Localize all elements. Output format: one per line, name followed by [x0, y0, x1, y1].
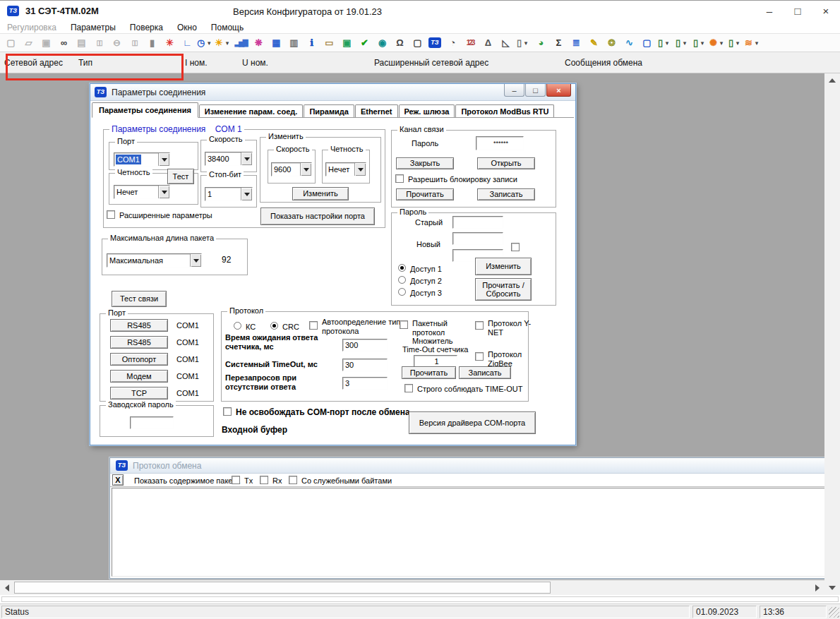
gear-icon[interactable]: ❂	[604, 35, 619, 51]
channel-open-button[interactable]: Открыть	[477, 157, 535, 169]
zigbee-protocol-checkbox[interactable]	[475, 352, 484, 361]
access-radio-1[interactable]	[398, 264, 406, 272]
red-star-icon[interactable]: ✳	[162, 35, 177, 51]
protocol-read-button[interactable]: Прочитать	[402, 366, 456, 379]
strict-timeout-checkbox[interactable]	[404, 384, 413, 392]
menu-item-4[interactable]: Помощь	[204, 23, 251, 32]
dialog-close-button[interactable]: ×	[546, 84, 571, 97]
phone-4-icon[interactable]: ▯▾	[727, 35, 743, 51]
scales-icon[interactable]: Ω	[392, 35, 407, 51]
wireless-icon[interactable]: ≋▾	[745, 35, 760, 51]
show-port-settings-button[interactable]: Показать настройки порта	[260, 208, 375, 225]
port-button-2[interactable]: Оптопорт	[110, 353, 168, 366]
check-icon[interactable]: ✔	[356, 35, 372, 51]
change-parity-combo[interactable]: Нечет	[325, 162, 366, 176]
wait-time-field[interactable]: 300	[342, 339, 388, 351]
auto-protocol-checkbox[interactable]	[309, 321, 318, 330]
tab-4[interactable]: Реж. шлюза	[399, 104, 455, 117]
port-button-4[interactable]: TCP	[110, 387, 168, 399]
phone-1-icon[interactable]: ▯▾	[656, 35, 672, 51]
vertical-scrollbar[interactable]	[824, 73, 840, 595]
chevron-down-icon[interactable]	[158, 153, 169, 166]
system-timeout-field[interactable]: 30	[342, 359, 388, 371]
scroll-up-button[interactable]	[824, 73, 840, 88]
chevron-down-icon[interactable]	[300, 163, 311, 176]
phone-2-icon[interactable]: ▯▾	[674, 35, 690, 51]
port-button-1[interactable]: RS485	[110, 336, 168, 349]
change-button[interactable]: Изменить	[292, 187, 349, 200]
chevron-down-icon[interactable]	[354, 163, 366, 176]
chevron-down-icon[interactable]: ▾	[753, 40, 760, 47]
channel-write-button[interactable]: Записать	[477, 188, 535, 200]
brand-logo-icon[interactable]: ТЗ	[427, 35, 443, 51]
tab-3[interactable]: Ethernet	[355, 104, 398, 117]
files-icon[interactable]: ▭	[321, 35, 337, 51]
tab-0[interactable]: Параметры соединения	[92, 102, 198, 118]
service-bytes-checkbox[interactable]	[289, 476, 297, 484]
access-radio-2[interactable]	[398, 276, 406, 284]
packet-protocol-checkbox[interactable]	[400, 320, 408, 329]
books-icon[interactable]: ≣	[568, 35, 584, 51]
channel-password-field[interactable]: ******	[476, 136, 524, 150]
minimize-button[interactable]: –	[755, 1, 784, 22]
set-square-icon[interactable]: ◺	[498, 35, 513, 51]
pie-chart-icon[interactable]: ◕	[533, 35, 548, 51]
phone-3-icon[interactable]: ▯▾	[692, 35, 707, 51]
crc-radio[interactable]	[270, 322, 278, 330]
scroll-right-button[interactable]	[810, 580, 824, 595]
menu-item-2[interactable]: Поверка	[123, 23, 170, 32]
new-password-field-1[interactable]	[452, 232, 503, 245]
exchange-close-button[interactable]: X	[112, 474, 124, 486]
eye-icon[interactable]: ◉	[374, 35, 390, 51]
exchange-window-titlebar[interactable]: ТЗ Протокол обмена	[110, 458, 833, 474]
port-combo[interactable]: COM1	[114, 152, 170, 167]
exchange-log-area[interactable]	[112, 488, 832, 577]
info-icon[interactable]: ℹ	[304, 35, 319, 51]
numbers-123-icon[interactable]: 123	[462, 35, 478, 51]
close-button[interactable]: ×	[812, 1, 840, 22]
change-speed-combo[interactable]: 9600	[271, 162, 312, 176]
channel-read-button[interactable]: Прочитать	[396, 188, 454, 200]
scroll-down-button[interactable]	[824, 581, 840, 595]
spark-icon[interactable]: ✺▾	[709, 35, 725, 51]
chart-axes-icon[interactable]: ∟	[179, 35, 195, 51]
palette-icon[interactable]: ❋	[251, 35, 266, 51]
faucet-icon[interactable]: ∿	[621, 35, 637, 51]
old-password-field[interactable]	[452, 216, 503, 229]
chevron-down-icon[interactable]: ▾	[718, 40, 725, 47]
keep-com-checkbox[interactable]	[223, 407, 232, 416]
bell-icon[interactable]: Δ	[480, 35, 496, 51]
resize-grip[interactable]	[829, 607, 839, 618]
chevron-down-icon[interactable]: ▾	[664, 40, 671, 47]
parity-combo[interactable]: Нечет	[114, 185, 170, 199]
test-button[interactable]: Тест	[167, 169, 194, 184]
tab-1[interactable]: Изменение парам. соед.	[199, 104, 304, 117]
maximize-button[interactable]: □	[784, 1, 812, 22]
chevron-down-icon[interactable]: ▾	[699, 40, 706, 47]
sigma-icon[interactable]: Σ	[551, 35, 566, 51]
dialog-titlebar[interactable]: ТЗ Параметры соединения – □ ×	[90, 84, 575, 101]
port-button-3[interactable]: Модем	[110, 370, 168, 383]
stopbit-combo[interactable]: 1	[205, 187, 253, 201]
chevron-down-icon[interactable]: ▾	[734, 40, 741, 47]
password-checkbox[interactable]	[511, 243, 520, 251]
clock-icon[interactable]: ◷▾	[197, 35, 212, 51]
table-icon[interactable]: ▥	[286, 35, 301, 51]
calendar-icon[interactable]: ▦	[268, 35, 284, 51]
chevron-down-icon[interactable]	[190, 254, 201, 267]
horizontal-scroll-thumb[interactable]	[14, 582, 551, 594]
monitor-icon[interactable]: ▢	[409, 35, 425, 51]
link-test-button[interactable]: Тест связи	[112, 291, 167, 307]
binoculars-search-icon[interactable]: ∞	[56, 35, 71, 51]
chevron-down-icon[interactable]	[241, 152, 252, 165]
speed-combo[interactable]: 38400	[205, 152, 253, 166]
tab-2[interactable]: Пирамида	[304, 104, 354, 117]
chevron-down-icon[interactable]	[158, 186, 169, 198]
password-change-button[interactable]: Изменить	[475, 258, 532, 275]
driver-version-button[interactable]: Версия драйвера COM-порта	[409, 411, 536, 434]
chevron-down-icon[interactable]: ▾	[205, 40, 212, 47]
menu-item-3[interactable]: Окно	[170, 23, 204, 32]
bar-chart-icon[interactable]: ▂▅▇	[233, 35, 248, 51]
channel-close-button[interactable]: Закрыть	[396, 157, 454, 169]
kc-radio[interactable]	[234, 322, 241, 330]
